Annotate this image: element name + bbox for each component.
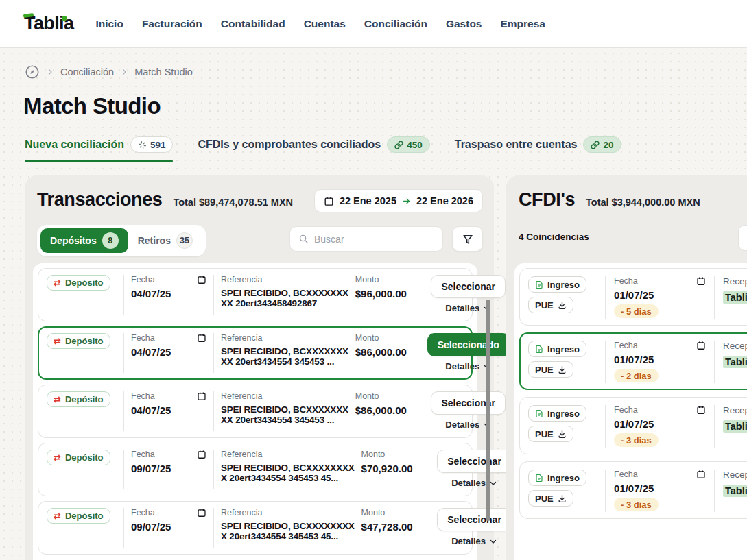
select-button[interactable]: Seleccionar — [437, 450, 512, 473]
referencia-value: X 20ert3434554 345453 45... — [221, 473, 355, 483]
transaction-row[interactable]: ⇄Depósito Fecha 04/07/25 Referencia SPEI… — [38, 268, 473, 321]
deposits-count-badge: 8 — [102, 232, 119, 249]
receptor-label: Receptor - — [723, 276, 747, 287]
transaction-row-selected[interactable]: ⇄Depósito Fecha 04/07/25 Referencia SPEI… — [38, 326, 473, 380]
referencia-value: SPEI RECIBIDO, BCXXXXXXX — [221, 404, 348, 415]
select-button[interactable]: Seleccionar — [437, 508, 512, 531]
deposit-badge-label: Depósito — [65, 394, 104, 404]
monto-value: $86,000.00 — [355, 404, 421, 416]
main-nav: Inicio Facturación Contabilidad Cuentas … — [95, 18, 545, 30]
divider — [605, 276, 606, 319]
nav-item-facturacion[interactable]: Facturación — [142, 18, 202, 30]
days-difference-badge: - 3 dias — [614, 433, 659, 447]
download-icon — [558, 494, 567, 503]
link-icon — [591, 141, 600, 149]
cfdi-row[interactable]: Ingreso PUE Fecha 01/07/25 - 3 dias Rece… — [519, 397, 747, 454]
calendar-icon — [696, 405, 706, 415]
referencia-label: Referencia — [221, 450, 355, 459]
tab-label: Traspaso entre cuentas — [455, 138, 578, 151]
breadcrumb-conciliacion[interactable]: Conciliación — [60, 66, 114, 77]
days-difference-badge: - 5 dias — [614, 304, 659, 318]
deposit-badge: ⇄Depósito — [47, 508, 110, 524]
cfdis-filter-button-partial[interactable] — [738, 225, 747, 251]
calendar-icon — [197, 508, 206, 518]
document-icon — [535, 345, 543, 354]
days-difference-badge: - 3 dias — [614, 498, 659, 511]
deposits-withdrawals-toggle: Depósitos 8 Retiros 35 — [37, 225, 206, 256]
deposit-badge: ⇄Depósito — [47, 391, 110, 407]
pue-badge[interactable]: PUE — [528, 297, 573, 313]
calendar-icon — [197, 450, 206, 459]
details-label: Detalles — [445, 419, 479, 430]
tab-count: 591 — [150, 140, 166, 150]
fecha-value: 01/07/25 — [614, 418, 706, 430]
tab-nueva-conciliacion[interactable]: Nueva conciliación 591 — [25, 136, 173, 153]
page-title: Match Studio — [23, 93, 161, 119]
cfdi-row[interactable]: Ingreso PUE Fecha 01/07/25 - 5 dias Rece… — [519, 268, 747, 326]
filter-button[interactable] — [452, 226, 483, 252]
deposit-badge: ⇄Depósito — [47, 333, 110, 349]
transactions-scrollbar[interactable] — [486, 300, 490, 521]
nav-item-empresa[interactable]: Empresa — [501, 18, 545, 30]
divider — [123, 333, 124, 373]
transaction-row[interactable]: ⇄Depósito Fecha 09/07/25 Referencia SPEI… — [38, 443, 473, 496]
fecha-value: 09/07/25 — [131, 521, 206, 533]
withdrawals-filter-button[interactable]: Retiros 35 — [128, 228, 202, 253]
date-range-picker[interactable]: 22 Ene 2025 22 Ene 2026 — [314, 189, 483, 212]
cfdi-row[interactable]: Ingreso PUE Fecha 01/07/25 - 3 dias Rece… — [519, 461, 747, 519]
calendar-icon — [696, 470, 706, 479]
transfer-icon: ⇄ — [54, 337, 61, 345]
nav-item-cuentas[interactable]: Cuentas — [304, 18, 346, 30]
tab-label: Nueva conciliación — [25, 138, 124, 151]
fecha-value: 04/07/25 — [131, 288, 206, 300]
brand-logo[interactable]: Tablia — [24, 13, 73, 34]
monto-value: $47,728.00 — [361, 521, 427, 533]
details-toggle[interactable]: Detalles — [451, 536, 497, 546]
referencia-label: Referencia — [221, 275, 348, 284]
fecha-label: Fecha — [614, 276, 638, 286]
compass-icon[interactable] — [25, 64, 40, 80]
referencia-value: SPEI RECIBIDO, BCXXXXXXX — [221, 346, 348, 356]
select-button[interactable]: Seleccionar — [431, 391, 506, 415]
cfdi-row-selected[interactable]: Ingreso PUE Fecha 01/07/25 - 2 dias Rece… — [519, 332, 747, 390]
ingreso-label: Ingreso — [547, 280, 580, 290]
fecha-value: 04/07/25 — [131, 404, 206, 416]
divider — [123, 508, 124, 548]
referencia-label: Referencia — [221, 508, 355, 518]
link-icon — [394, 141, 403, 149]
transaction-row[interactable]: ⇄Depósito Fecha 09/07/25 Referencia SPEI… — [38, 501, 473, 555]
transfer-icon: ⇄ — [54, 395, 61, 404]
tab-traspaso-cuentas[interactable]: Traspaso entre cuentas 20 — [455, 136, 621, 153]
nav-item-conciliacion[interactable]: Conciliación — [364, 18, 427, 30]
details-toggle[interactable]: Detalles — [445, 303, 491, 313]
funnel-icon — [462, 234, 473, 245]
tab-count: 20 — [603, 140, 613, 150]
details-toggle[interactable]: Detalles — [445, 419, 491, 430]
date-end: 22 Ene 2026 — [416, 195, 473, 206]
referencia-value: SPEI RECIBIDO, BCXXXXXXXX — [221, 521, 355, 531]
matches-count: 4 Coincidencias — [519, 232, 589, 242]
tab-cfdis-conciliados[interactable]: CFDIs y comprobantes conciliados 450 — [198, 136, 429, 153]
pue-badge[interactable]: PUE — [528, 426, 573, 442]
pue-badge[interactable]: PUE — [528, 490, 573, 507]
cfdis-list: Ingreso PUE Fecha 01/07/25 - 5 dias Rece… — [514, 263, 747, 560]
calendar-icon — [696, 276, 706, 286]
selected-button[interactable]: Seleccionado — [427, 333, 510, 356]
transactions-title: Transacciones — [37, 189, 162, 210]
select-button[interactable]: Seleccionar — [431, 275, 506, 298]
deposit-badge-label: Depósito — [65, 511, 104, 521]
nav-item-contabilidad[interactable]: Contabilidad — [221, 18, 285, 30]
fecha-label: Fecha — [614, 405, 638, 415]
fecha-label: Fecha — [131, 333, 155, 343]
transaction-row[interactable]: ⇄Depósito Fecha 04/07/25 Referencia SPEI… — [38, 385, 473, 438]
nav-item-inicio[interactable]: Inicio — [95, 18, 123, 30]
deposit-badge: ⇄Depósito — [47, 450, 110, 465]
deposit-badge-label: Depósito — [65, 278, 104, 288]
search-input[interactable] — [314, 234, 434, 245]
divider — [213, 508, 214, 548]
pue-badge[interactable]: PUE — [528, 361, 573, 378]
details-toggle[interactable]: Detalles — [445, 361, 491, 372]
deposits-filter-button[interactable]: Depósitos 8 — [40, 228, 128, 253]
receptor-name: Tablia — [723, 291, 747, 304]
nav-item-gastos[interactable]: Gastos — [446, 18, 482, 30]
